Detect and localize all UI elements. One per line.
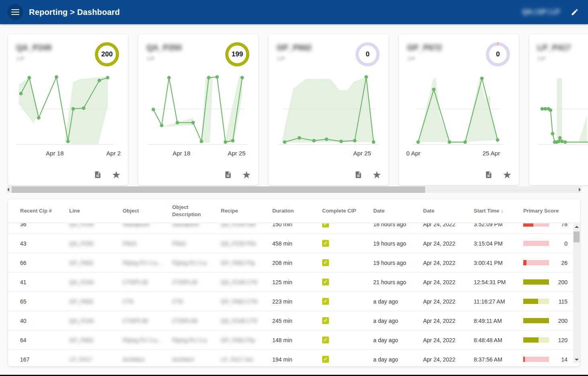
sparkline-chart	[407, 74, 511, 146]
score-bar	[523, 318, 549, 323]
kpi-card[interactable]: GP_P672 CIP 0 0 Apr25 Apr ★	[399, 34, 519, 185]
column-header-complete-cip[interactable]: Complete CIP	[322, 207, 373, 215]
cell-recipe: GP_P662 Pip	[221, 260, 272, 266]
x-axis-label: 0 Apr	[406, 150, 420, 157]
cell-object: Piping PU 3 a…	[123, 260, 172, 266]
kpi-card[interactable]: GP_P662 CIP 0 Apr 25 ★	[269, 34, 389, 185]
column-header-line[interactable]: Line	[69, 207, 123, 215]
checkmark-icon: ✓	[322, 298, 329, 305]
cell-date-relative: 21 hours ago	[373, 279, 423, 285]
kpi-card[interactable]: QA_P250 CIP 199 Apr 18Apr 25 ★	[138, 34, 258, 185]
score-bar	[523, 299, 549, 304]
report-button[interactable]	[483, 169, 494, 180]
table-row[interactable]: 41QA_P249CT6/PL30CT6/PL30QA_P249 CT6125 …	[8, 273, 573, 292]
cell-recipe: QA_P249 Std	[221, 223, 272, 227]
score-number: 200	[558, 279, 567, 285]
cell-complete-cip: ✓	[322, 259, 373, 266]
cell-complete-cip: ✓	[322, 279, 373, 285]
sparkline-chart	[146, 74, 251, 146]
cell-recipe: QA_P249 CT6	[221, 318, 272, 324]
cell-start-time: 3:00:41 PM	[474, 260, 523, 266]
scroll-down-arrow-icon[interactable]	[575, 359, 579, 361]
cell-line: GP_P662	[69, 260, 123, 266]
cell-duration: 458 min	[272, 240, 322, 247]
report-button[interactable]	[353, 169, 364, 180]
cell-recent-cip: 40	[20, 318, 69, 324]
cell-duration: 148 min	[272, 337, 322, 343]
column-header-start-time[interactable]: Start Time↓	[474, 207, 523, 215]
score-number: 200	[558, 318, 567, 324]
document-icon	[224, 171, 232, 179]
pencil-icon	[571, 8, 579, 16]
subheader-strip	[0, 24, 588, 27]
cell-line: QA_P250	[69, 240, 123, 247]
favorite-button[interactable]: ★	[502, 169, 512, 180]
vertical-scrollbar-thumb[interactable]	[574, 231, 580, 242]
kpi-card[interactable]: QA_P249 CIP 200 Apr 18Apr 2 ★	[8, 34, 128, 185]
score-number: 14	[561, 356, 567, 363]
score-bar	[523, 260, 549, 265]
table-row[interactable]: 65GP_P662CT8CT8GP_P662 CT8223 min✓a day …	[8, 292, 573, 311]
table-body: 36QA_P249StandpointStandpointQA_P249 Std…	[8, 223, 573, 363]
cell-object-description: Architect	[172, 356, 221, 363]
cell-recipe: GP_P662 CT8	[221, 298, 272, 305]
table-row[interactable]: 36QA_P249StandpointStandpointQA_P249 Std…	[8, 223, 573, 234]
table-row[interactable]: 66GP_P662Piping PU 3 a…Piping PU 3 aGP_P…	[8, 253, 573, 273]
table-row[interactable]: 167LP_P417ArchitectArchitectLP_P417 Arc1…	[8, 350, 573, 363]
report-button[interactable]	[223, 169, 233, 180]
cell-date: Apr 24, 2022	[423, 337, 474, 343]
column-header-duration[interactable]: Duration	[272, 207, 322, 215]
column-header-recent-cip-[interactable]: Recent Cip #	[20, 207, 69, 215]
cell-primary-score: 14	[523, 356, 573, 363]
column-header-date[interactable]: Date	[423, 207, 474, 215]
kpi-card[interactable]: LP_P417 CIP ★	[529, 34, 588, 185]
cell-primary-score: 78	[523, 223, 573, 227]
scroll-right-arrow-icon[interactable]	[579, 188, 581, 192]
column-header-recipe[interactable]: Recipe	[221, 207, 272, 215]
checkmark-icon: ✓	[322, 223, 329, 227]
score-bar	[523, 337, 549, 343]
cell-recent-cip: 65	[20, 298, 69, 305]
column-header-primary-score[interactable]: Primary Score	[523, 207, 580, 215]
table-vertical-scrollbar[interactable]	[573, 223, 580, 363]
horizontal-scrollbar-thumb[interactable]	[12, 186, 425, 193]
cell-object: Architect	[123, 356, 172, 363]
scroll-up-arrow-icon[interactable]	[575, 226, 579, 228]
favorite-button[interactable]: ★	[372, 169, 382, 180]
menu-button[interactable]	[7, 4, 23, 20]
table-row[interactable]: 64GP_P662Piping PU 3 a…Piping PU 3 aGP_P…	[8, 331, 573, 350]
column-header-object-description[interactable]: Object Description	[172, 204, 221, 218]
favorite-button[interactable]: ★	[111, 169, 121, 180]
cards-horizontal-scrollbar[interactable]	[6, 186, 582, 193]
sort-desc-arrow-icon: ↓	[501, 208, 504, 214]
table-row[interactable]: 40QA_P249CT6/PL99CT6/PL99QA_P249 CT6245 …	[8, 311, 573, 331]
column-header-date[interactable]: Date	[373, 207, 423, 215]
cell-primary-score: 0	[523, 240, 573, 247]
report-button[interactable]	[93, 169, 103, 180]
column-header-object[interactable]: Object	[123, 207, 172, 215]
x-axis-label: Apr 25	[353, 150, 371, 157]
favorite-button[interactable]: ★	[241, 169, 252, 180]
score-number: 120	[558, 337, 567, 343]
cell-object-description: CT6/PL99	[172, 318, 221, 324]
cell-line: GP_P662	[69, 337, 123, 343]
cell-object: Pilot2	[123, 240, 172, 247]
table-row[interactable]: 43QA_P250Pilot2Pilot2QA_P250 Pilo458 min…	[8, 234, 573, 253]
scroll-left-arrow-icon[interactable]	[7, 188, 9, 192]
cell-recent-cip: 66	[20, 260, 69, 266]
card-subtitle: CIP	[538, 56, 546, 62]
cell-primary-score: 200	[523, 318, 573, 324]
card-actions: ★	[483, 169, 512, 180]
edit-dashboard-button[interactable]	[569, 6, 581, 18]
cell-duration: 245 min	[272, 318, 322, 324]
page-title: Reporting > Dashboard	[29, 8, 120, 17]
cell-primary-score: 115	[523, 298, 573, 305]
card-actions: ★	[93, 169, 121, 180]
card-subtitle: CIP	[147, 56, 155, 62]
score-ring: 0	[486, 42, 510, 66]
score-number: 78	[561, 223, 567, 227]
cell-line: QA_P249	[69, 223, 123, 227]
cell-recent-cip: 167	[20, 356, 69, 363]
score-ring: 200	[95, 42, 119, 66]
x-axis-label: Apr 25	[228, 150, 245, 157]
